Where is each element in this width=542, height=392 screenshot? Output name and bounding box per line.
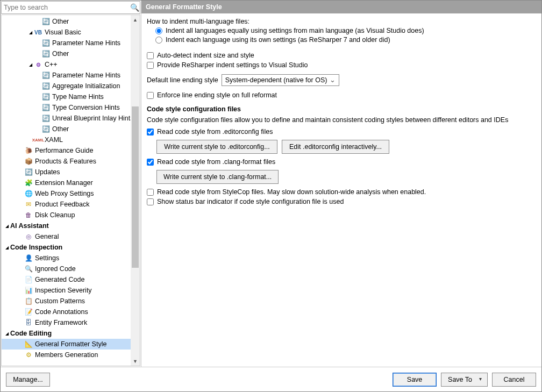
tree-item-ci-ignored[interactable]: 🔍Ignored Code [2, 263, 140, 274]
check-provide-vs[interactable]: Provide ReSharper indent settings to Vis… [147, 61, 536, 69]
bottom-bar: Manage... Save Save To Cancel [1, 367, 541, 391]
config-files-desc: Code style configuration files allow you… [147, 116, 536, 124]
tree-item-other[interactable]: 🔄Other [2, 16, 140, 27]
check-enforce-line-input[interactable] [147, 92, 154, 99]
line-ending-value: System-dependent (native for OS) [225, 76, 327, 84]
save-button[interactable]: Save [393, 373, 437, 387]
tree-item-ci-severity[interactable]: 📊Inspection Severity [2, 285, 140, 296]
line-ending-label: Default line ending style [147, 76, 218, 84]
tree-item-feedback[interactable]: ✉Product Feedback [2, 199, 140, 210]
settings-tree[interactable]: 🔄Other VBVisual Basic 🔄Parameter Name Hi… [1, 15, 140, 366]
tree-item-vb-param-hints[interactable]: 🔄Parameter Name Hints [2, 38, 140, 48]
tree-item-ci-annotations[interactable]: 📝Code Annotations [2, 307, 140, 317]
tree-group-code-inspection[interactable]: Code Inspection [2, 242, 140, 253]
check-auto-detect-input[interactable] [147, 52, 154, 59]
tree-item-ai-general[interactable]: ◎General [2, 231, 140, 242]
tree-item-updates[interactable]: 🔄Updates [2, 167, 140, 177]
tree-item-ci-ef[interactable]: 🗄Entity Framework [2, 317, 140, 328]
tree-item-diskcleanup[interactable]: 🗑Disk Cleanup [2, 210, 140, 220]
search-input[interactable] [2, 2, 129, 13]
scroll-thumb[interactable] [132, 106, 139, 268]
tree-item-products[interactable]: 📦Products & Features [2, 156, 140, 167]
tree-item-ci-settings[interactable]: 👤Settings [2, 253, 140, 263]
check-provide-vs-input[interactable] [147, 62, 154, 69]
tree-item-cpp-agg-init[interactable]: 🔄Aggregate Initialization [2, 81, 140, 91]
panel-title: General Formatter Style [141, 1, 541, 13]
tree-item-visual-basic[interactable]: VBVisual Basic [2, 27, 140, 38]
indent-question: How to indent multi-language files: [147, 18, 536, 25]
tree-item-cpp[interactable]: ⚙C++ [2, 59, 140, 70]
radio-indent-all-input[interactable] [155, 27, 162, 34]
scroll-down-icon[interactable]: ▼ [131, 357, 140, 366]
tree-item-cpp-other[interactable]: 🔄Other [2, 124, 140, 134]
check-status-indicator-input[interactable] [147, 198, 154, 205]
cancel-button[interactable]: Cancel [492, 373, 536, 387]
btn-edit-editorconfig[interactable]: Edit .editorconfig interactively... [282, 140, 389, 154]
tree-item-ci-generated[interactable]: 📄Generated Code [2, 274, 140, 285]
check-read-stylecop-input[interactable] [147, 189, 154, 196]
tree-item-cpp-conv-hints[interactable]: 🔄Type Conversion Hints [2, 102, 140, 113]
tree-item-cpp-unreal[interactable]: 🔄Unreal Blueprint Inlay Hints [2, 113, 140, 124]
btn-write-editorconfig[interactable]: Write current style to .editorconfig... [156, 140, 277, 154]
sidebar: 🔍 🔄Other VBVisual Basic 🔄Parameter Name … [1, 1, 141, 367]
scroll-up-icon[interactable]: ▲ [131, 15, 140, 24]
tree-group-code-editing[interactable]: Code Editing [2, 328, 140, 339]
manage-button[interactable]: Manage... [6, 373, 50, 387]
radio-indent-all[interactable]: Indent all languages equally using setti… [155, 27, 536, 34]
tree-item-cpp-param-hints[interactable]: 🔄Parameter Name Hints [2, 70, 140, 81]
check-status-indicator[interactable]: Show status bar indicator if code style … [147, 198, 536, 205]
check-enforce-line[interactable]: Enforce line ending style on full reform… [147, 91, 536, 99]
search-icon: 🔍 [129, 2, 140, 13]
tree-item-proxy[interactable]: 🌐Web Proxy Settings [2, 188, 140, 199]
tree-group-ai-assistant[interactable]: AI Assistant [2, 220, 140, 231]
save-to-button[interactable]: Save To [441, 373, 488, 387]
tree-item-xaml[interactable]: XAMLXAML [2, 134, 140, 145]
radio-indent-each[interactable]: Indent each language using its own setti… [155, 36, 536, 44]
tree-item-extmgr[interactable]: 🧩Extension Manager [2, 177, 140, 188]
check-read-editorconfig[interactable]: Read code style from .editorconfig files [147, 128, 536, 136]
content-panel: General Formatter Style How to indent mu… [141, 1, 541, 367]
btn-write-clang[interactable]: Write current style to .clang-format... [156, 170, 279, 184]
tree-item-general-formatter-style[interactable]: 📐General Formatter Style [2, 339, 140, 350]
check-read-editorconfig-input[interactable] [147, 129, 154, 136]
tree-item-vb-other[interactable]: 🔄Other [2, 48, 140, 59]
tree-item-ci-patterns[interactable]: 📋Custom Patterns [2, 296, 140, 307]
tree-item-members-generation[interactable]: ⚙Members Generation [2, 350, 140, 360]
check-auto-detect[interactable]: Auto-detect indent size and style [147, 52, 536, 59]
line-ending-combo[interactable]: System-dependent (native for OS) [222, 74, 340, 86]
tree-scrollbar[interactable]: ▲ ▼ [131, 15, 140, 366]
radio-indent-each-input[interactable] [155, 37, 162, 44]
check-read-clang[interactable]: Read code style from .clang-format files [147, 158, 536, 166]
tree-item-cpp-type-hints[interactable]: 🔄Type Name Hints [2, 91, 140, 102]
check-read-clang-input[interactable] [147, 159, 154, 166]
tree-item-perf[interactable]: 🐌Performance Guide [2, 145, 140, 156]
search-box[interactable]: 🔍 [1, 1, 140, 14]
config-files-heading: Code style configuration files [147, 105, 536, 113]
check-read-stylecop[interactable]: Read code style from StyleCop files. May… [147, 188, 536, 196]
